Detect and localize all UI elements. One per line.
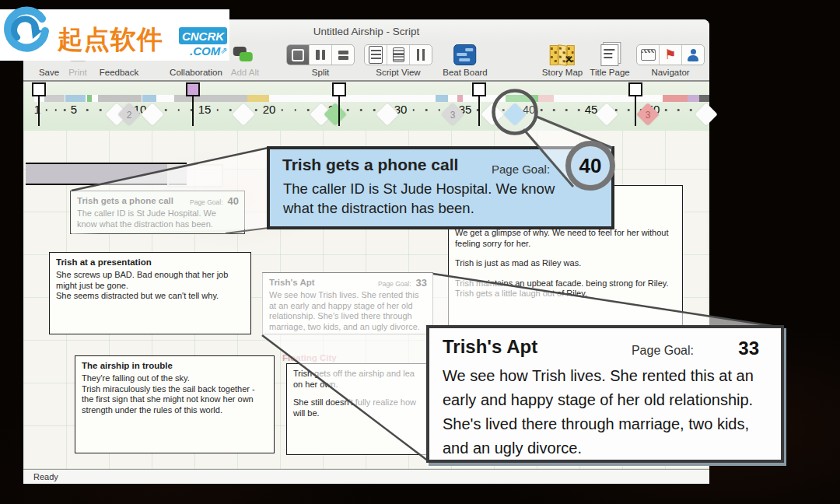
ruler-page-number: 5 <box>71 103 77 116</box>
act-marker-handle[interactable] <box>332 82 346 96</box>
ruler-color-segment <box>98 95 142 102</box>
beat-board-button[interactable]: Beat Board <box>443 44 488 77</box>
split-horizontal-icon[interactable] <box>332 45 354 65</box>
ruler-color-segment <box>65 95 86 102</box>
ruler-tick <box>165 109 167 111</box>
page-goal-label: Page Goal: <box>632 344 694 358</box>
beat-diamond[interactable] <box>481 103 504 126</box>
person-icon[interactable] <box>682 45 704 65</box>
ruler-tick <box>347 109 349 111</box>
ruler-tick <box>565 109 568 111</box>
card-floating-city[interactable]: Trish gets off the airship and lea on he… <box>286 363 428 455</box>
act-marker-handle[interactable] <box>186 82 200 96</box>
ruler-tick <box>578 109 580 111</box>
beat-diamond[interactable] <box>595 103 618 126</box>
ruler-tick <box>439 109 441 111</box>
ruler-color-segment <box>436 95 448 102</box>
ruler-page-number: 15 <box>198 103 212 116</box>
card-phone-call[interactable]: Trish gets a phone call Page Goal: 40 Th… <box>70 191 245 234</box>
callout-body: The caller ID is St Jude Hospital. We kn… <box>283 179 577 218</box>
ruler-tick <box>360 109 362 111</box>
split-control[interactable]: Split <box>286 44 355 77</box>
beat-diamond[interactable]: 2 <box>117 103 141 126</box>
script-view-control[interactable]: Script View <box>364 44 432 77</box>
callout-body: We see how Trish lives. She rented this … <box>443 364 775 460</box>
page-goal-label: Page Goal: <box>378 280 411 288</box>
split-vertical-icon[interactable] <box>310 45 332 65</box>
ruler-color-segment <box>457 95 463 102</box>
ruler-tick <box>54 109 57 111</box>
beat-diamond[interactable]: 3 <box>441 103 464 126</box>
story-map-icon: ✕ <box>550 45 575 65</box>
ruler-tick <box>307 109 310 111</box>
speech-bubbles-icon <box>233 47 257 64</box>
ruler-tick <box>46 109 48 111</box>
ruler-tick <box>216 109 219 111</box>
ruler-tick <box>615 109 618 111</box>
split-full-icon[interactable] <box>287 45 310 65</box>
ruler-tick <box>425 109 428 111</box>
act-marker-handle[interactable] <box>472 82 486 96</box>
navigator-control[interactable]: ⚑ Navigator <box>636 44 705 77</box>
brand-site: CNCRK <box>179 27 227 44</box>
beat-diamond[interactable] <box>232 103 255 126</box>
ruler-page-number: 20 <box>263 103 276 116</box>
act-marker-handle[interactable] <box>32 82 46 96</box>
page-goal-label: Page Goal: <box>190 198 223 206</box>
ruler-color-segment <box>688 95 699 102</box>
act-marker-handle[interactable] <box>628 82 642 96</box>
brand-logo-icon <box>2 3 51 53</box>
clapperboard-icon[interactable] <box>637 45 660 65</box>
zoom-callout-phone: Trish gets a phone call Page Goal: The c… <box>267 146 614 229</box>
page-goal-value: 40 <box>228 195 239 207</box>
ruler-color-segment <box>44 95 65 102</box>
page-goal-value: 33 <box>738 338 759 359</box>
title-page-button[interactable]: Title Page <box>590 44 629 77</box>
card-presentation[interactable]: Trish at a presentation She screws up BA… <box>49 252 251 334</box>
script-split-icon[interactable] <box>387 45 410 65</box>
status-text: Ready <box>33 472 58 481</box>
share-icon: ⇗ <box>220 46 227 56</box>
flag-icon[interactable]: ⚑ <box>660 45 682 65</box>
add-alt-button[interactable]: Add Alt <box>231 44 259 77</box>
ruler-color-segment <box>699 95 709 102</box>
ruler-color-segment <box>247 95 269 102</box>
callout-title: Trish's Apt <box>443 336 537 358</box>
ruler-tick <box>178 109 180 111</box>
card-airship[interactable]: The airship in trouble They're falling o… <box>75 355 275 453</box>
page-goal-value: 33 <box>416 277 427 289</box>
brand-tld: .COM <box>190 44 220 58</box>
timeline-ruler[interactable]: 15101520253035404550233 <box>23 82 709 131</box>
ruler-tick <box>412 109 415 111</box>
beat-diamond[interactable] <box>695 103 718 126</box>
ruler-tick <box>373 109 376 111</box>
beat-diamond[interactable] <box>324 103 347 126</box>
ruler-tick <box>86 109 89 111</box>
act-marker-stem <box>192 94 194 126</box>
ruler-color-segment <box>506 95 538 102</box>
callout-title: Trish gets a phone call <box>282 156 458 174</box>
ruler-color-segment <box>87 95 92 102</box>
zoom-callout-apt: Trish's Apt Page Goal: 33 We see how Tri… <box>426 325 784 463</box>
ruler-tick <box>502 109 505 111</box>
title-page-icon <box>600 44 618 66</box>
beat-diamond[interactable]: 3 <box>636 103 660 126</box>
ruler-tick <box>255 109 257 111</box>
act-marker-stem <box>338 94 340 126</box>
page-goal-badge: 40 <box>565 141 615 191</box>
ruler-tick <box>100 109 102 111</box>
card-apt[interactable]: Trish's Apt Page Goal: 33 We see how Tri… <box>262 272 433 334</box>
ruler-tick <box>294 109 296 111</box>
ruler-color-segment <box>538 95 554 102</box>
ruler-tick <box>229 109 232 111</box>
script-page-icon[interactable] <box>365 45 387 65</box>
ruler-tick <box>628 109 630 111</box>
act-marker-stem <box>478 94 480 126</box>
ruler-tick <box>553 109 555 111</box>
ruler-tick <box>282 109 284 111</box>
ruler-tick <box>64 109 66 111</box>
card-floating-city-title: Floating City <box>282 353 337 362</box>
script-columns-icon[interactable] <box>410 45 432 65</box>
ruler-color-segment <box>142 95 156 102</box>
story-map-button[interactable]: ✕ Story Map <box>542 44 583 77</box>
